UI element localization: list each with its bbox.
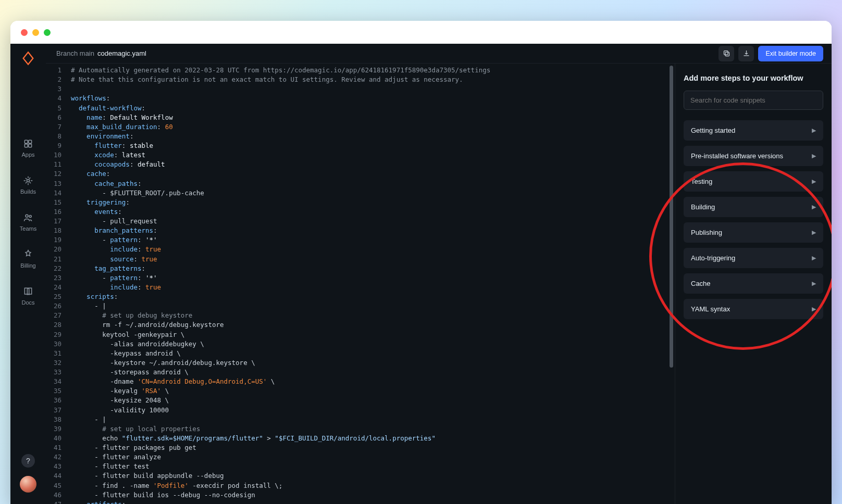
filename: codemagic.yaml bbox=[97, 49, 146, 57]
copy-button[interactable] bbox=[719, 46, 734, 61]
chevron-right-icon: ▶ bbox=[812, 153, 816, 159]
help-button[interactable]: ? bbox=[21, 454, 35, 468]
snippet-category[interactable]: Cache▶ bbox=[684, 273, 823, 294]
teams-icon bbox=[23, 212, 33, 223]
close-icon[interactable] bbox=[21, 29, 28, 36]
snippet-category[interactable]: Building▶ bbox=[684, 197, 823, 217]
code-content[interactable]: # Automatically generated on 2022-03-28 … bbox=[66, 64, 675, 504]
chevron-right-icon: ▶ bbox=[812, 178, 816, 185]
titlebar bbox=[10, 21, 832, 44]
svg-rect-7 bbox=[725, 52, 729, 56]
exit-builder-button[interactable]: Exit builder mode bbox=[758, 46, 823, 61]
svg-point-5 bbox=[26, 215, 28, 217]
sidebar-item-billing[interactable]: Billing bbox=[20, 249, 36, 269]
billing-icon bbox=[23, 249, 33, 260]
svg-rect-0 bbox=[24, 140, 28, 143]
line-gutter: 1 2 3 4 5 6 7 8 9 10 11 12 13 14 15 16 1… bbox=[46, 64, 66, 504]
nav-label: Apps bbox=[21, 152, 34, 158]
chevron-right-icon: ▶ bbox=[812, 255, 816, 261]
snippet-category[interactable]: Getting started▶ bbox=[684, 120, 823, 141]
category-label: YAML syntax bbox=[691, 305, 730, 313]
codemagic-logo-icon bbox=[21, 51, 35, 66]
snippet-category[interactable]: Testing▶ bbox=[684, 171, 823, 192]
nav-label: Billing bbox=[20, 262, 35, 269]
chevron-right-icon: ▶ bbox=[812, 306, 816, 312]
sidebar-item-docs[interactable]: Docs bbox=[20, 286, 36, 306]
category-label: Pre-installed software versions bbox=[691, 152, 783, 160]
nav-label: Teams bbox=[20, 225, 36, 232]
svg-point-6 bbox=[29, 215, 31, 217]
svg-rect-3 bbox=[29, 144, 32, 147]
panel-title: Add more steps to your workflow bbox=[684, 74, 823, 82]
docs-icon bbox=[23, 286, 33, 297]
search-input[interactable] bbox=[684, 91, 823, 110]
maximize-icon[interactable] bbox=[44, 29, 51, 36]
sidebar-item-builds[interactable]: Builds bbox=[20, 175, 36, 195]
svg-rect-8 bbox=[724, 51, 728, 55]
download-button[interactable] bbox=[738, 46, 754, 61]
topbar: Branch main codemagic.yaml Exit builder … bbox=[46, 44, 832, 64]
sidebar-item-teams[interactable]: Teams bbox=[20, 212, 36, 232]
chevron-right-icon: ▶ bbox=[812, 229, 816, 236]
snippets-panel: Add more steps to your workflow Getting … bbox=[675, 64, 832, 504]
category-label: Building bbox=[691, 203, 715, 211]
app-body: AppsBuildsTeamsBillingDocs ? Branch main… bbox=[10, 44, 832, 504]
chevron-right-icon: ▶ bbox=[812, 280, 816, 287]
chevron-right-icon: ▶ bbox=[812, 127, 816, 134]
svg-rect-2 bbox=[24, 144, 28, 147]
scrollbar-thumb[interactable] bbox=[670, 66, 673, 368]
category-label: Publishing bbox=[691, 229, 722, 236]
chevron-right-icon: ▶ bbox=[812, 204, 816, 210]
nav-label: Builds bbox=[20, 188, 36, 195]
category-label: Getting started bbox=[691, 127, 735, 134]
breadcrumb: Branch main bbox=[56, 49, 94, 57]
main-area: Branch main codemagic.yaml Exit builder … bbox=[46, 44, 832, 504]
download-icon bbox=[742, 49, 750, 57]
content: 1 2 3 4 5 6 7 8 9 10 11 12 13 14 15 16 1… bbox=[46, 64, 832, 504]
category-label: Auto-triggering bbox=[691, 254, 735, 262]
category-label: Testing bbox=[691, 178, 712, 185]
sidebar: AppsBuildsTeamsBillingDocs ? bbox=[10, 44, 46, 504]
app-window: AppsBuildsTeamsBillingDocs ? Branch main… bbox=[10, 21, 832, 504]
nav-label: Docs bbox=[21, 299, 34, 306]
snippet-category[interactable]: YAML syntax▶ bbox=[684, 299, 823, 319]
copy-icon bbox=[723, 49, 730, 57]
avatar[interactable] bbox=[20, 476, 36, 493]
svg-rect-1 bbox=[29, 140, 32, 143]
code-editor[interactable]: 1 2 3 4 5 6 7 8 9 10 11 12 13 14 15 16 1… bbox=[46, 64, 675, 504]
apps-icon bbox=[23, 138, 33, 149]
snippet-category[interactable]: Auto-triggering▶ bbox=[684, 248, 823, 268]
snippet-category[interactable]: Pre-installed software versions▶ bbox=[684, 146, 823, 166]
snippet-category[interactable]: Publishing▶ bbox=[684, 222, 823, 243]
builds-icon bbox=[23, 175, 33, 186]
minimize-icon[interactable] bbox=[32, 29, 39, 36]
svg-point-4 bbox=[27, 180, 30, 182]
category-label: Cache bbox=[691, 280, 711, 287]
sidebar-item-apps[interactable]: Apps bbox=[20, 138, 36, 158]
